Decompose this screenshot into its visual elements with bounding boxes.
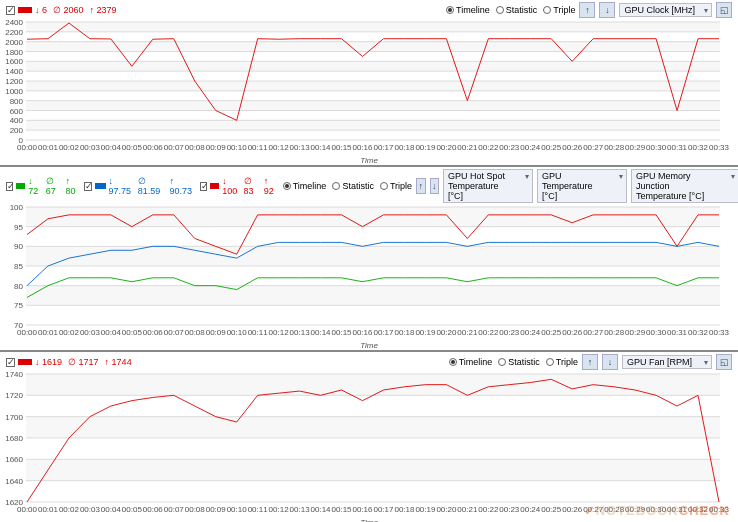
metric-dropdown[interactable]: GPU Hot Spot Temperature [°C]▾ bbox=[443, 169, 533, 203]
svg-text:00:16: 00:16 bbox=[352, 328, 373, 337]
svg-text:600: 600 bbox=[10, 107, 24, 116]
chart-area: 70758085909510000:0000:0100:0200:0300:04… bbox=[26, 207, 730, 339]
panel-header: 72678097.7581.5990.731008392TimelineStat… bbox=[0, 167, 738, 205]
svg-text:00:19: 00:19 bbox=[415, 328, 436, 337]
svg-text:00:11: 00:11 bbox=[248, 328, 269, 337]
svg-rect-22 bbox=[26, 42, 720, 52]
svg-text:1600: 1600 bbox=[5, 57, 23, 66]
panel-header: 161917171744TimelineStatisticTriple↑↓GPU… bbox=[0, 352, 738, 372]
svg-text:00:17: 00:17 bbox=[373, 505, 394, 514]
svg-text:00:19: 00:19 bbox=[415, 143, 436, 152]
radio-timeline[interactable]: Timeline bbox=[446, 5, 490, 15]
sort-desc-icon[interactable]: ↓ bbox=[602, 354, 618, 370]
svg-text:1200: 1200 bbox=[5, 77, 23, 86]
svg-text:00:11: 00:11 bbox=[248, 505, 269, 514]
svg-text:00:15: 00:15 bbox=[332, 505, 353, 514]
radio-triple[interactable]: Triple bbox=[380, 181, 412, 191]
svg-text:2400: 2400 bbox=[5, 18, 23, 27]
radio-label: Timeline bbox=[459, 357, 493, 367]
metric-dropdown[interactable]: GPU Temperature [°C]▾ bbox=[537, 169, 627, 203]
svg-text:800: 800 bbox=[10, 97, 24, 106]
svg-text:00:03: 00:03 bbox=[80, 328, 101, 337]
radio-timeline[interactable]: Timeline bbox=[283, 181, 327, 191]
svg-text:00:29: 00:29 bbox=[625, 328, 646, 337]
svg-text:00:04: 00:04 bbox=[101, 505, 122, 514]
stat-max: 2379 bbox=[90, 5, 117, 15]
svg-text:00:29: 00:29 bbox=[625, 143, 646, 152]
metric-dropdown[interactable]: GPU Clock [MHz]▾ bbox=[619, 3, 712, 17]
radio-statistic[interactable]: Statistic bbox=[496, 5, 538, 15]
radio-triple[interactable]: Triple bbox=[543, 5, 575, 15]
legend-series: 97.7581.5990.73 bbox=[84, 176, 196, 196]
radio-statistic[interactable]: Statistic bbox=[332, 181, 374, 191]
svg-text:80: 80 bbox=[14, 282, 23, 291]
panel-controls: TimelineStatisticTriple↑↓GPU Fan [RPM]▾◱ bbox=[449, 354, 732, 370]
svg-rect-2 bbox=[26, 120, 720, 130]
radio-dot-icon bbox=[496, 6, 504, 14]
radio-dot-icon bbox=[380, 182, 388, 190]
series-toggle[interactable] bbox=[6, 6, 15, 15]
svg-text:00:23: 00:23 bbox=[499, 143, 520, 152]
expand-icon[interactable]: ◱ bbox=[716, 2, 732, 18]
svg-text:00:28: 00:28 bbox=[604, 143, 625, 152]
radio-triple[interactable]: Triple bbox=[546, 357, 578, 367]
series-toggle[interactable] bbox=[84, 182, 91, 191]
sort-desc-icon[interactable]: ↓ bbox=[430, 178, 439, 194]
svg-text:00:08: 00:08 bbox=[185, 328, 206, 337]
radio-statistic[interactable]: Statistic bbox=[498, 357, 540, 367]
sort-asc-icon[interactable]: ↑ bbox=[579, 2, 595, 18]
series-swatch-icon bbox=[95, 183, 106, 189]
svg-text:00:21: 00:21 bbox=[457, 505, 478, 514]
svg-text:00:26: 00:26 bbox=[562, 143, 583, 152]
svg-text:00:02: 00:02 bbox=[59, 505, 80, 514]
radio-dot-icon bbox=[446, 6, 454, 14]
svg-text:00:32: 00:32 bbox=[688, 328, 709, 337]
legend-series: 1008392 bbox=[200, 176, 279, 196]
stat-min: 97.75 bbox=[109, 176, 132, 196]
svg-text:00:14: 00:14 bbox=[311, 328, 332, 337]
svg-text:00:13: 00:13 bbox=[290, 143, 311, 152]
series-toggle[interactable] bbox=[6, 182, 13, 191]
stat-max: 90.73 bbox=[170, 176, 193, 196]
svg-text:00:11: 00:11 bbox=[248, 143, 269, 152]
svg-text:1680: 1680 bbox=[5, 434, 23, 443]
svg-text:00:13: 00:13 bbox=[290, 505, 311, 514]
svg-text:1640: 1640 bbox=[5, 477, 23, 486]
sort-desc-icon[interactable]: ↓ bbox=[599, 2, 615, 18]
radio-dot-icon bbox=[449, 358, 457, 366]
svg-text:00:23: 00:23 bbox=[499, 505, 520, 514]
svg-text:00:17: 00:17 bbox=[373, 328, 394, 337]
svg-text:00:07: 00:07 bbox=[164, 328, 185, 337]
x-axis-title: Time bbox=[0, 341, 738, 350]
view-mode-radio-group: TimelineStatisticTriple bbox=[449, 357, 578, 367]
svg-text:00:24: 00:24 bbox=[520, 328, 541, 337]
svg-text:00:22: 00:22 bbox=[478, 143, 499, 152]
metric-dropdown[interactable]: GPU Memory Junction Temperature [°C]▾ bbox=[631, 169, 738, 203]
svg-text:00:25: 00:25 bbox=[541, 328, 562, 337]
x-axis-title: Time bbox=[0, 518, 738, 522]
svg-text:1740: 1740 bbox=[5, 370, 23, 379]
svg-text:1720: 1720 bbox=[5, 391, 23, 400]
sort-asc-icon[interactable]: ↑ bbox=[582, 354, 598, 370]
svg-text:00:18: 00:18 bbox=[394, 505, 415, 514]
svg-text:00:04: 00:04 bbox=[101, 328, 122, 337]
legend-series: 726780 bbox=[6, 176, 80, 196]
chart-panel-0: 620602379TimelineStatisticTriple↑↓GPU Cl… bbox=[0, 0, 738, 167]
radio-label: Statistic bbox=[342, 181, 374, 191]
svg-text:90: 90 bbox=[14, 242, 23, 251]
svg-text:00:30: 00:30 bbox=[646, 143, 667, 152]
svg-text:00:02: 00:02 bbox=[59, 143, 80, 152]
svg-text:00:24: 00:24 bbox=[520, 505, 541, 514]
radio-timeline[interactable]: Timeline bbox=[449, 357, 493, 367]
svg-text:00:05: 00:05 bbox=[122, 143, 143, 152]
series-toggle[interactable] bbox=[6, 358, 15, 367]
svg-text:00:20: 00:20 bbox=[436, 328, 457, 337]
metric-dropdown[interactable]: GPU Fan [RPM]▾ bbox=[622, 355, 712, 369]
svg-text:00:22: 00:22 bbox=[478, 505, 499, 514]
sort-asc-icon[interactable]: ↑ bbox=[416, 178, 425, 194]
x-axis-title: Time bbox=[0, 156, 738, 165]
svg-text:00:20: 00:20 bbox=[436, 143, 457, 152]
svg-text:00:18: 00:18 bbox=[394, 328, 415, 337]
expand-icon[interactable]: ◱ bbox=[716, 354, 732, 370]
series-toggle[interactable] bbox=[200, 182, 207, 191]
